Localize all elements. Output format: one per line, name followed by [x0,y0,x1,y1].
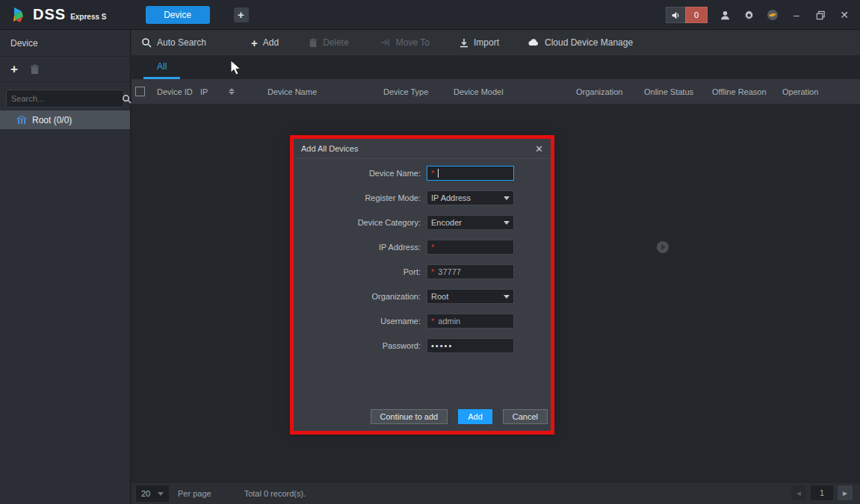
close-button[interactable]: ✕ [838,8,851,22]
password-label: Password: [294,341,421,350]
cancel-button[interactable]: Cancel [503,409,548,424]
prev-page-button[interactable]: ◄ [791,485,806,500]
device-name-input[interactable]: * [427,166,514,181]
sidebar-search-box[interactable] [6,90,124,108]
chevron-down-icon [504,295,510,299]
register-mode-label: Register Mode: [294,193,421,202]
col-offline-reason[interactable]: Offline Reason [705,87,775,96]
chevron-down-icon [158,492,164,496]
ip-address-label: IP Address: [294,243,421,252]
username-input[interactable]: * admin [427,314,514,329]
ip-address-input[interactable]: * [427,240,514,255]
device-toolbar: Auto Search + Add Delete Move To Import [132,30,860,55]
field-row-register-mode: Register Mode: IP Address [294,190,551,205]
device-table-header: Device ID IP Device Name Device Type Dev… [132,79,860,104]
port-label: Port: [294,267,421,276]
move-to-icon [380,38,391,47]
add-all-devices-dialog: Add All Devices ✕ Device Name: * Registe… [294,139,551,431]
device-category-label: Device Category: [294,218,421,227]
dss-logo-icon [10,6,30,24]
trash-icon [309,38,318,48]
select-all-checkbox[interactable] [132,87,149,96]
required-marker: * [431,169,434,178]
required-marker: * [431,267,434,276]
auto-search-button[interactable]: Auto Search [141,37,206,48]
chevron-down-icon [504,221,510,225]
sort-icon[interactable] [229,88,235,95]
field-row-port: Port: * 37777 [294,264,551,279]
field-row-device-category: Device Category: Encoder [294,215,551,230]
organization-select[interactable]: Root [427,289,514,304]
continue-to-add-button[interactable]: Continue to add [371,409,448,424]
chevron-down-icon [504,196,510,200]
user-icon[interactable] [718,8,731,22]
col-operation[interactable]: Operation [775,87,860,96]
search-icon[interactable] [122,94,132,104]
required-marker: * [431,243,434,252]
import-button[interactable]: Import [460,37,499,48]
move-to-button[interactable]: Move To [380,37,430,48]
alarm-center[interactable]: 0 [666,7,708,23]
field-row-device-name: Device Name: * [294,166,551,181]
device-sidebar: Device + Root (0/0) [0,30,131,504]
tree-item-root[interactable]: Root (0/0) [0,111,130,129]
tab-all[interactable]: All [143,55,180,79]
settings-gear-icon[interactable] [742,8,755,22]
app-logo: DSS Express S [10,6,107,24]
speaker-icon[interactable] [666,7,685,23]
field-row-ip-address: IP Address: * [294,240,551,255]
device-tab-strip: All [132,55,860,79]
next-page-button[interactable]: ► [838,485,853,500]
per-page-label: Per page [178,489,211,498]
field-row-password: Password: ••••• [294,338,551,353]
dialog-close-icon[interactable]: ✕ [535,143,543,155]
password-input[interactable]: ••••• [427,338,514,353]
delete-device-button[interactable]: Delete [309,37,349,48]
device-category-select[interactable]: Encoder [427,215,514,230]
title-bar: DSS Express S Device + 0 [0,0,860,30]
delete-organization-icon[interactable] [30,64,40,75]
expand-play-icon[interactable] [657,241,669,253]
cloud-device-manage-button[interactable]: Cloud Device Manage [528,37,633,48]
pagination-bar: 20 Per page Total 0 record(s). ◄ 1 ► [132,483,860,504]
page-size-select[interactable]: 20 [136,485,169,502]
username-label: Username: [294,317,421,326]
field-row-username: Username: * admin [294,314,551,329]
add-organization-button[interactable]: + [10,62,18,77]
restore-button[interactable] [814,8,827,22]
alarm-count-badge[interactable]: 0 [685,7,708,23]
brand-text: DSS [33,6,66,23]
current-page-number[interactable]: 1 [811,485,833,500]
new-tab-button[interactable]: + [234,7,249,22]
edition-text: Express S [70,13,106,21]
total-records-label: Total 0 record(s). [244,489,306,498]
import-icon [460,38,468,48]
add-button[interactable]: Add [458,409,492,424]
cloud-icon [528,38,539,47]
col-device-id[interactable]: Device ID [149,87,193,96]
field-row-organization: Organization: Root [294,289,551,304]
minimize-button[interactable]: – [790,8,803,22]
organization-icon [16,116,27,125]
add-device-button[interactable]: + Add [251,37,279,49]
port-input[interactable]: * 37777 [427,264,514,279]
col-device-type[interactable]: Device Type [376,87,446,96]
organization-label: Organization: [294,292,421,301]
register-mode-select[interactable]: IP Address [427,190,514,205]
col-device-name[interactable]: Device Name [260,87,376,96]
search-input[interactable] [7,94,122,103]
tree-item-label: Root (0/0) [32,115,72,125]
col-ip[interactable]: IP [193,87,260,96]
dialog-title: Add All Devices [301,144,358,153]
plus-icon: + [251,37,258,49]
col-online-status[interactable]: Online Status [637,87,705,96]
text-caret [438,169,439,178]
tab-device[interactable]: Device [146,6,210,24]
required-marker: * [431,317,434,326]
col-organization[interactable]: Organization [569,87,637,96]
about-icon[interactable] [766,8,779,22]
device-name-label: Device Name: [294,169,421,178]
search-icon [141,37,152,48]
sidebar-title: Device [0,30,130,57]
col-device-model[interactable]: Device Model [446,87,569,96]
